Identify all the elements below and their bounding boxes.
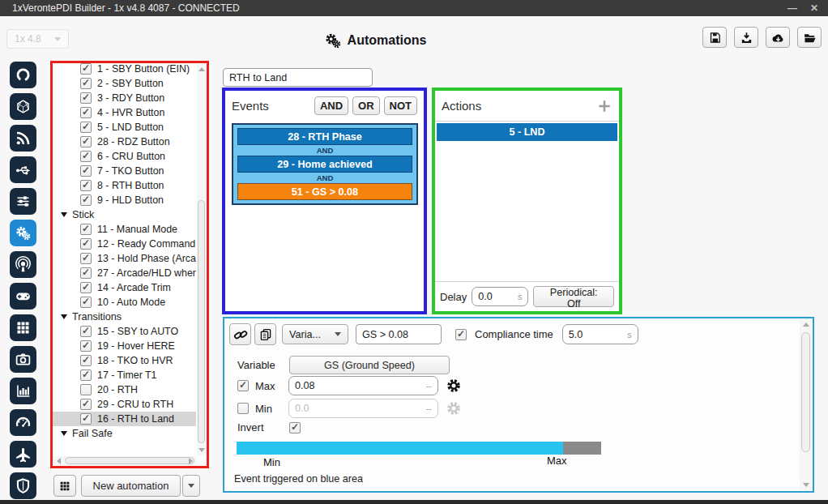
checkbox[interactable] (80, 355, 92, 366)
scrollbar-thumb[interactable] (198, 200, 205, 443)
scroll-up-icon[interactable] (198, 67, 205, 71)
automation-name-input[interactable] (223, 68, 373, 87)
checkbox[interactable] (80, 151, 92, 162)
min-gear-icon[interactable] (446, 400, 462, 416)
tree-vertical-scrollbar[interactable] (197, 64, 206, 455)
variable-select-button[interactable]: GS (Ground Speed) (289, 356, 450, 374)
event-item[interactable]: 51 - GS > 0.08 (237, 183, 412, 200)
tree-item[interactable]: 20 - RTH (53, 382, 196, 397)
checkbox[interactable] (80, 253, 92, 264)
tree-item[interactable]: 5 - LND Button (53, 120, 196, 135)
periodical-button[interactable]: Periodical: Off (533, 286, 614, 307)
config-vertical-scrollbar[interactable] (800, 319, 812, 490)
checkbox[interactable] (80, 267, 92, 279)
tree-item[interactable]: 8 - RTH Button (53, 178, 196, 193)
sidebar-item-mesh[interactable] (10, 93, 36, 120)
scroll-right-icon[interactable] (189, 458, 193, 464)
min-value-input[interactable]: 0.0 -- (288, 399, 438, 418)
tree-item[interactable]: 4 - HVR Button (53, 105, 196, 120)
checkbox[interactable] (80, 238, 92, 250)
checkbox[interactable] (80, 136, 92, 147)
trigger-range-slider[interactable] (237, 442, 601, 455)
tree-item[interactable]: 13 - Hold Phase (Arcad (53, 251, 196, 266)
compliance-time-input[interactable]: 5.0 s (562, 324, 638, 344)
sidebar-item-gauge[interactable] (10, 409, 36, 436)
event-item[interactable]: 29 - Home achieved (237, 156, 412, 173)
checkbox[interactable] (80, 297, 92, 308)
scroll-down-icon[interactable] (198, 448, 205, 452)
tree-item[interactable]: 28 - RDZ Button (53, 135, 196, 149)
download-button[interactable] (734, 27, 758, 48)
checkbox[interactable] (80, 282, 92, 293)
tree-item[interactable]: 16 - RTH to Land (53, 412, 196, 426)
event-type-dropdown[interactable]: Varia... (282, 324, 348, 344)
max-checkbox[interactable] (237, 380, 249, 391)
checkbox[interactable] (80, 413, 92, 425)
tree-group[interactable]: Transitions (53, 310, 196, 324)
tree-item[interactable]: 3 - RDY Button (53, 91, 196, 105)
tree-item[interactable]: 14 - Arcade Trim (53, 280, 196, 295)
checkbox[interactable] (80, 180, 92, 191)
tree-item[interactable]: 18 - TKO to HVR (53, 353, 196, 368)
checkbox[interactable] (80, 224, 92, 235)
sidebar-item-joystick[interactable] (10, 283, 36, 310)
scrollbar-thumb[interactable] (801, 332, 810, 452)
max-value-input[interactable]: 0.08 -- (288, 376, 438, 395)
checkbox[interactable] (80, 92, 92, 104)
not-operator-button[interactable]: NOT (384, 96, 417, 115)
min-checkbox[interactable] (237, 403, 249, 414)
sidebar-item-automations[interactable] (10, 220, 36, 246)
tree-item[interactable]: 7 - TKO Button (53, 164, 196, 178)
invert-checkbox[interactable] (289, 422, 301, 434)
delay-input[interactable]: 0.0 s (472, 287, 528, 306)
add-action-icon[interactable] (596, 98, 612, 114)
checkbox[interactable] (80, 194, 92, 206)
copy-button[interactable] (254, 323, 276, 345)
checkbox[interactable] (80, 340, 92, 352)
tree-group[interactable]: Stick (53, 207, 196, 222)
event-item[interactable]: 28 - RTH Phase (237, 128, 412, 145)
tree-item[interactable]: 19 - Hover HERE (53, 339, 196, 353)
max-gear-icon[interactable] (446, 378, 462, 394)
sidebar-item-matrix[interactable] (10, 314, 36, 341)
tree-item[interactable]: 12 - Ready Command (53, 237, 196, 251)
tree-item[interactable]: 29 - CRU to RTH (53, 397, 196, 412)
sidebar-item-safety[interactable] (10, 472, 36, 499)
save-button[interactable] (702, 27, 727, 48)
tree-item[interactable]: 27 - Arcade/HLD when (53, 266, 196, 280)
compliance-checkbox[interactable] (455, 329, 467, 340)
scroll-left-icon[interactable] (57, 458, 61, 464)
automation-grid-button[interactable] (53, 475, 76, 497)
tree-item[interactable]: 6 - CRU Button (53, 149, 196, 164)
checkbox[interactable] (80, 122, 92, 133)
sidebar-item-podcast[interactable] (10, 251, 36, 278)
tree-item[interactable]: 17 - Timer T1 (53, 368, 196, 382)
sidebar-item-platform[interactable] (10, 62, 36, 88)
sidebar-item-charts[interactable] (10, 378, 36, 404)
tree-item[interactable]: 11 - Manual Mode (53, 222, 196, 237)
sidebar-item-flight[interactable] (10, 441, 36, 468)
new-automation-dropdown[interactable] (182, 475, 200, 497)
sidebar-item-camera[interactable] (10, 346, 36, 373)
tree-item[interactable]: 15 - SBY to AUTO (53, 324, 196, 339)
event-name-input[interactable] (356, 324, 442, 344)
checkbox[interactable] (80, 384, 92, 395)
link-button[interactable] (229, 323, 251, 345)
checkbox[interactable] (80, 326, 92, 337)
tree-item[interactable]: 2 - SBY Button (53, 76, 196, 91)
close-button[interactable]: ✕ (810, 2, 818, 14)
tree-item[interactable]: 9 - HLD Button (53, 193, 196, 207)
sidebar-item-usb[interactable] (10, 156, 36, 183)
or-operator-button[interactable]: OR (352, 96, 380, 115)
checkbox[interactable] (80, 399, 92, 410)
tree-horizontal-scrollbar[interactable] (53, 456, 196, 465)
cloud-download-button[interactable] (766, 27, 790, 48)
checkbox[interactable] (80, 107, 92, 118)
minimize-button[interactable]: — (787, 2, 797, 14)
checkbox[interactable] (80, 369, 92, 381)
tree-group[interactable]: Fail Safe (53, 426, 196, 441)
new-automation-button[interactable]: New automation (81, 475, 181, 497)
tree-item[interactable]: 1 - SBY Button (EIN) (53, 62, 196, 76)
checkbox[interactable] (80, 78, 92, 89)
scrollbar-thumb[interactable] (65, 457, 194, 464)
